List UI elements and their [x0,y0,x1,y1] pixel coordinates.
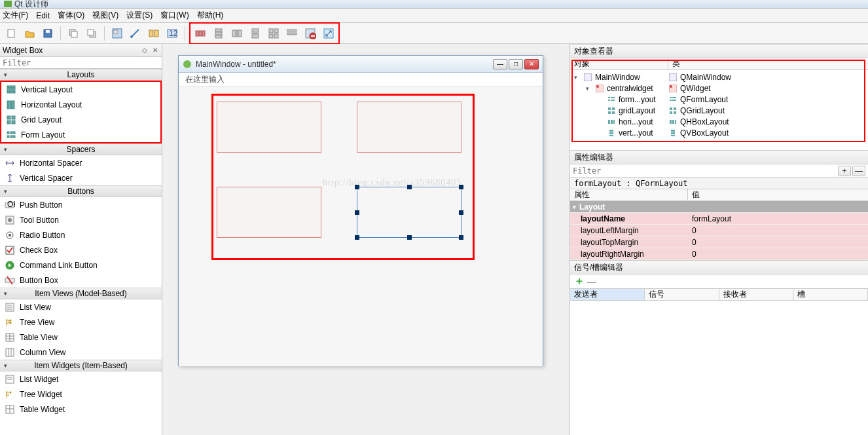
widget-item[interactable]: Column View [0,345,162,360]
widget-item[interactable]: Radio Button [0,227,162,242]
resize-handle[interactable] [355,185,359,189]
widget-item[interactable]: Horizontal Layout [1,97,160,112]
widget-item[interactable]: Table View [0,330,162,345]
layout-horizontal-splitter-button[interactable] [228,25,245,42]
signal-col-slot[interactable]: 槽 [793,289,868,300]
property-value[interactable]: 0 [688,250,696,259]
menu-edit[interactable]: Edit [36,11,50,20]
edit-tab-order-button[interactable]: 123 [164,25,181,42]
resize-handle[interactable] [407,235,412,240]
widget-category[interactable]: ▾Layouts [0,69,162,81]
widget-item[interactable]: OKPush Button [0,197,162,212]
widget-item[interactable]: Check Box [0,242,162,257]
layout-vertical-button[interactable] [210,25,227,42]
signal-col-signal[interactable]: 信号 [645,289,719,300]
property-value[interactable]: 0 [688,226,696,235]
open-file-button[interactable] [21,25,38,42]
layout-vertical-splitter-button[interactable] [247,25,264,42]
form-menubar-hint[interactable]: 在这里输入 [179,73,543,87]
menu-help[interactable]: 帮助(H) [197,10,224,21]
object-inspector-title: 对象查看器 [570,44,868,58]
edit-buddies-button[interactable] [145,25,162,42]
widget-item[interactable]: Button Box [0,273,162,288]
widget-item[interactable]: Command Link Button [0,257,162,273]
property-filter-input[interactable] [570,164,835,177]
dock-float-icon[interactable]: ◇ [141,47,149,54]
resize-handle[interactable] [407,185,412,189]
property-value[interactable]: formLayout [688,214,731,223]
widget-item[interactable]: List Widget [0,371,162,387]
resize-handle[interactable] [459,185,463,189]
widget-box-title: Widget Box ◇ ✕ [0,44,162,57]
widget-item[interactable]: Table Widget [0,402,162,417]
menu-settings[interactable]: 设置(S) [126,10,153,21]
property-row[interactable]: layoutLeftMargin0 [570,225,868,236]
break-layout-button[interactable] [302,25,319,42]
widget-item[interactable]: Vertical Layout [1,82,160,97]
layout-box-2[interactable] [357,102,461,153]
widget-item-label: Command Link Button [20,261,98,270]
property-col-value[interactable]: 值 [688,189,704,200]
signal-remove-button[interactable]: — [587,276,596,287]
property-row[interactable]: layoutNameformLayout [570,213,868,225]
edit-signals-button[interactable] [127,25,144,42]
svg-rect-11 [149,30,153,37]
menu-form[interactable]: 窗体(O) [58,10,84,21]
dock-close-icon[interactable]: ✕ [151,47,159,54]
widget-item[interactable]: List View [0,299,162,314]
save-file-button[interactable] [39,25,56,42]
form-window[interactable]: MainWindow - untitled* — □ ✕ 在这里输入 http:… [178,55,543,366]
property-col-name[interactable]: 属性 [570,189,688,200]
form-title: MainWindow - untitled* [196,60,489,69]
edit-widgets-button[interactable] [109,25,126,42]
signal-col-sender[interactable]: 发送者 [570,289,645,300]
widget-category[interactable]: ▾Spacers [0,143,162,155]
menu-file[interactable]: 文件(F) [3,10,28,21]
signal-add-button[interactable]: ＋ [574,274,585,288]
signal-col-receiver[interactable]: 接收者 [719,289,794,300]
menu-view[interactable]: 视图(V) [92,10,118,21]
widget-item[interactable]: Vertical Spacer [0,170,162,185]
new-file-button[interactable] [3,25,20,42]
widget-item[interactable]: Form Layout [1,127,160,142]
resize-handle[interactable] [355,210,359,215]
widget-box-list[interactable]: ▾LayoutsVertical LayoutHorizontal Layout… [0,69,162,435]
form-minimize-button[interactable]: — [493,59,507,69]
resize-handle[interactable] [355,235,359,240]
layout-grid-button[interactable] [265,25,282,42]
property-add-button[interactable]: ＋ [838,166,851,176]
selected-layout-box[interactable] [357,187,461,238]
property-remove-button[interactable]: — [852,166,865,176]
property-group-row[interactable]: ▾ Layout [570,201,868,213]
widget-item[interactable]: Tool Button [0,212,162,227]
widget-item[interactable]: Horizontal Spacer [0,155,162,170]
property-row[interactable]: layoutRightMargin0 [570,248,868,260]
menu-window[interactable]: 窗口(W) [160,10,189,21]
bring-front-button[interactable] [83,25,100,42]
property-value[interactable]: 0 [688,238,696,247]
widget-item[interactable]: Tree Widget [0,387,162,402]
widget-category[interactable]: ▾Buttons [0,185,162,197]
widget-item[interactable]: Grid Layout [1,112,160,127]
layout-form-button[interactable] [283,25,300,42]
layout-horizontal-button[interactable] [192,25,209,42]
form-canvas[interactable]: http://blog.csdn.net/a359680405 [179,87,543,366]
form-maximize-button[interactable]: □ [509,59,523,69]
property-editor: ＋ — formLayout : QFormLayout 属性 值 ▾ Layo… [570,164,868,260]
widget-item-icon [4,229,16,241]
layout-box-3[interactable] [217,187,321,238]
widget-category[interactable]: ▾Item Widgets (Item-Based) [0,360,162,371]
form-close-button[interactable]: ✕ [524,59,539,69]
design-canvas[interactable]: MainWindow - untitled* — □ ✕ 在这里输入 http:… [162,44,570,435]
send-back-button[interactable] [65,25,82,42]
widget-box-filter[interactable] [0,57,162,69]
property-row[interactable]: layoutTopMargin0 [570,236,868,248]
widget-box-filter-input[interactable] [0,57,162,68]
resize-handle[interactable] [459,210,463,215]
resize-handle[interactable] [459,235,463,240]
layout-box-1[interactable] [217,102,321,153]
widget-item[interactable]: Tree View [0,314,162,330]
widget-category[interactable]: ▾Item Views (Model-Based) [0,288,162,299]
form-titlebar[interactable]: MainWindow - untitled* — □ ✕ [179,56,543,73]
adjust-size-button[interactable] [320,25,337,42]
